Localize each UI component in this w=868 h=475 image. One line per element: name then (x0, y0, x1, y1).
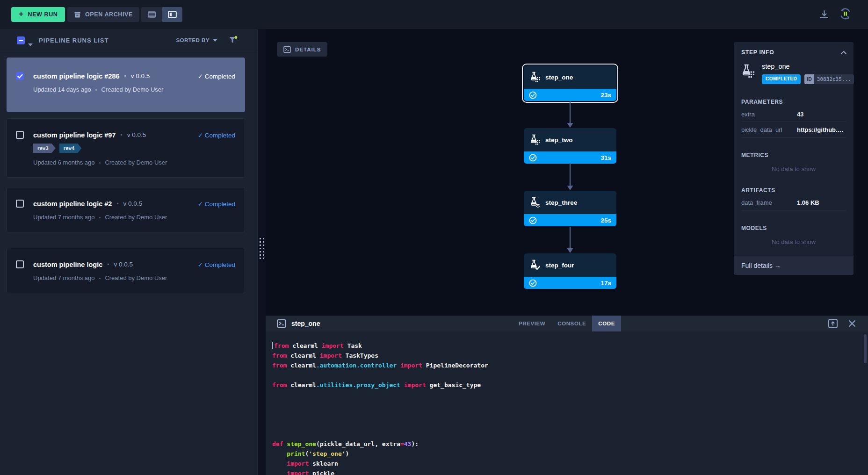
sorted-by-dropdown[interactable]: SORTED BY (176, 37, 217, 43)
auto-refresh-pause-icon[interactable] (838, 7, 853, 23)
code-token: clearml (287, 362, 316, 369)
pipeline-run-card[interactable]: custom pipeline logic #286•v 0.0.5✓ Comp… (7, 58, 245, 112)
empty-message: No data to show (741, 166, 846, 173)
run-title-row: custom pipeline logic #97•v 0.0.5✓ Compl… (7, 131, 245, 139)
run-meta: Updated 7 months ago•Created by Demo Use… (33, 214, 245, 221)
run-checkbox[interactable] (16, 260, 24, 268)
code-line (272, 419, 868, 429)
run-tag: rev3 (33, 144, 56, 153)
code-token: ) (346, 450, 349, 457)
sorted-by-label: SORTED BY (176, 37, 210, 43)
panel-divider (257, 29, 266, 475)
tab-console[interactable]: CONSOLE (551, 316, 592, 331)
row-name: data_frame (741, 199, 797, 206)
info-section: ARTIFACTSdata_frame1.06 KB (741, 187, 846, 210)
node-header: step_four (524, 253, 616, 277)
code-token: import (287, 470, 309, 475)
run-creator: Created by Demo User (105, 159, 167, 166)
code-token: ): (411, 440, 419, 447)
select-all-checkbox[interactable] (17, 36, 25, 44)
collapse-chevron-icon[interactable] (840, 48, 847, 57)
details-button[interactable]: DETAILS (277, 42, 327, 57)
run-tag: rev4 (59, 144, 82, 153)
code-token: from (272, 362, 287, 369)
run-title: custom pipeline logic #97 (33, 131, 116, 139)
id-value: 30832c35... (814, 74, 854, 84)
run-creator: Created by Demo User (105, 214, 167, 221)
code-token: import (400, 381, 426, 389)
run-title: custom pipeline logic (33, 261, 102, 268)
row-value: 1.06 KB (797, 199, 819, 206)
run-checkbox[interactable] (16, 131, 24, 139)
view-toggle-group (141, 7, 182, 22)
new-run-button[interactable]: + NEW RUN (11, 7, 65, 22)
flask-data-icon (530, 134, 541, 145)
open-archive-button[interactable]: OPEN ARCHIVE (67, 7, 139, 22)
code-editor[interactable]: from clearml import Taskfrom clearml imp… (266, 331, 868, 475)
pipeline-step-node[interactable]: step_three25s (524, 191, 616, 226)
tab-preview[interactable]: PREVIEW (513, 316, 551, 331)
step-info-sections: PARAMETERSextra43pickle_data_urlhttps://… (734, 99, 854, 245)
pipeline-step-node[interactable]: step_one23s (524, 65, 616, 101)
run-version: v 0.0.5 (123, 200, 143, 207)
download-icon[interactable] (818, 8, 830, 22)
code-token: .utilities.proxy_object (316, 381, 400, 389)
archive-icon (74, 11, 81, 18)
completed-check-icon (529, 216, 537, 224)
code-line: import sklearn (272, 459, 868, 468)
code-token: 'step_one' (309, 450, 345, 457)
full-details-link[interactable]: Full details → (734, 256, 854, 275)
pipeline-run-card[interactable]: custom pipeline logic #2•v 0.0.5✓ Comple… (7, 187, 245, 232)
code-token (272, 460, 287, 467)
step-summary: step_one COMPLETED ID 30832c35... (734, 63, 854, 84)
detail-view-toggle[interactable] (162, 7, 182, 22)
flask-train-icon (530, 197, 541, 208)
code-token (272, 450, 287, 457)
divider-drag-handle[interactable] (259, 235, 265, 261)
pipeline-step-node[interactable]: step_two31s (524, 128, 616, 164)
flask-data-icon (741, 64, 755, 84)
node-header: step_one (524, 65, 616, 89)
separator-dot: • (107, 261, 109, 268)
run-title-row: custom pipeline logic #2•v 0.0.5✓ Comple… (7, 200, 245, 208)
code-token: .automation.controller (316, 362, 397, 369)
run-version: v 0.0.5 (131, 72, 150, 79)
separator-dot: • (99, 275, 101, 281)
selection-caret-icon[interactable] (28, 40, 33, 48)
table-view-toggle[interactable] (141, 7, 162, 22)
run-checkbox[interactable] (16, 72, 24, 80)
panel-tabs: PREVIEWCONSOLECODE (513, 316, 621, 331)
code-token: clearml (289, 342, 321, 349)
filter-icon[interactable] (229, 36, 238, 46)
scrollbar-thumb[interactable] (864, 334, 867, 363)
code-token: PipelineDecorator (422, 362, 488, 369)
pipeline-run-card[interactable]: custom pipeline logic #97•v 0.0.5✓ Compl… (7, 118, 245, 178)
code-token: import (322, 342, 344, 349)
code-line: import pickle (272, 468, 868, 475)
run-title-row: custom pipeline logic•v 0.0.5✓ Completed (7, 260, 245, 268)
node-duration: 31s (600, 154, 611, 161)
code-line: from clearml.automation.controller impor… (272, 360, 868, 370)
node-duration: 25s (600, 217, 611, 224)
open-archive-label: OPEN ARCHIVE (85, 11, 133, 18)
pipeline-step-node[interactable]: step_four17s (524, 253, 616, 289)
node-name: step_four (545, 262, 574, 269)
section-title: PARAMETERS (741, 99, 846, 105)
run-checkbox[interactable] (16, 200, 24, 208)
code-token: def (272, 440, 283, 447)
expand-window-icon[interactable] (828, 318, 838, 331)
id-chip[interactable]: ID 30832c35... (804, 74, 854, 84)
top-toolbar: + NEW RUN OPEN ARCHIVE (0, 0, 868, 29)
pipeline-run-card[interactable]: custom pipeline logic•v 0.0.5✓ Completed… (7, 248, 245, 293)
separator-dot: • (95, 87, 97, 93)
row-value: 43 (797, 111, 803, 118)
tab-code[interactable]: CODE (592, 316, 621, 331)
code-line: from clearml.utilities.proxy_object impo… (272, 380, 868, 390)
code-line (272, 370, 868, 380)
node-status-bar: 31s (524, 151, 616, 164)
code-token: from (272, 352, 287, 359)
app-window: + NEW RUN OPEN ARCHIVE PIPELINE RUNS LIS… (0, 0, 868, 475)
code-token: get_basic_type (426, 381, 481, 389)
close-icon[interactable] (847, 319, 857, 330)
run-tags: rev3rev4 (33, 144, 245, 153)
